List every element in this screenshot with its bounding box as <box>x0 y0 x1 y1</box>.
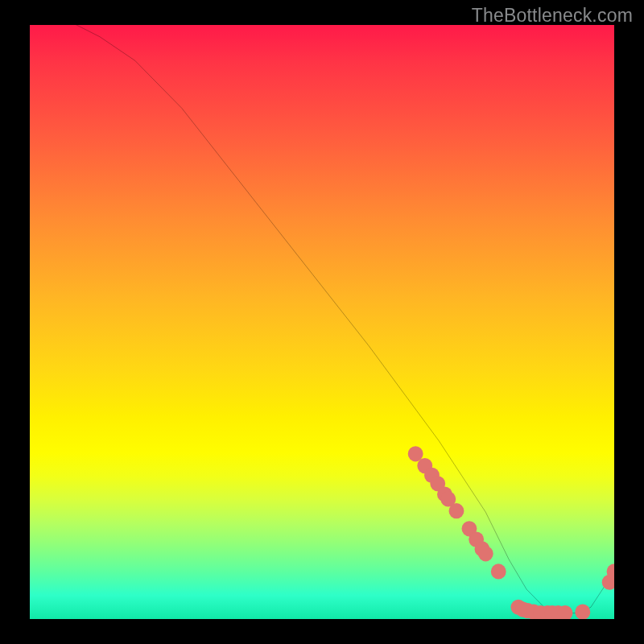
data-marker <box>491 564 506 579</box>
data-marker <box>478 546 493 561</box>
data-marker <box>575 605 590 619</box>
plot-area <box>30 25 614 619</box>
curve-line <box>30 25 614 613</box>
chart-svg <box>30 25 614 619</box>
data-marker <box>449 503 464 518</box>
markers-group <box>408 446 614 619</box>
chart-stage: TheBottleneck.com <box>0 0 644 644</box>
watermark-text: TheBottleneck.com <box>472 5 633 27</box>
